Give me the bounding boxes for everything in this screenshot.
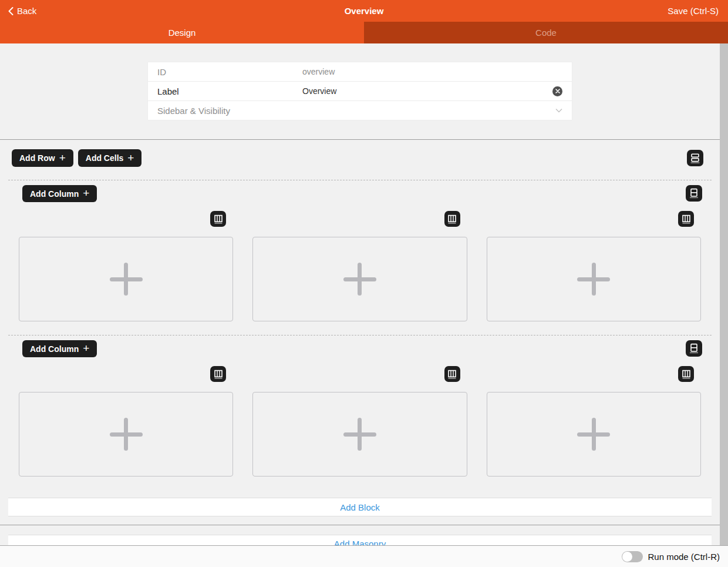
builder-row-2: Add Column +	[8, 335, 712, 477]
tab-bar: Design Code	[0, 22, 728, 43]
plus-icon	[110, 418, 143, 451]
id-value: overview	[302, 67, 562, 76]
save-button[interactable]: Save (Ctrl-S)	[668, 6, 719, 16]
clear-icon[interactable]	[552, 86, 562, 96]
row-1-cells	[8, 237, 712, 321]
tab-code[interactable]: Code	[364, 22, 728, 43]
row-2-head: Add Column +	[8, 335, 712, 357]
empty-cell-add-target[interactable]	[487, 392, 701, 477]
add-masonry-button[interactable]: Add Masonry	[8, 535, 712, 545]
plus-icon	[577, 418, 610, 451]
empty-cell-add-target[interactable]	[252, 392, 467, 477]
columns-icon[interactable]	[444, 211, 460, 227]
columns-icon[interactable]	[210, 366, 226, 382]
back-chevron-icon	[8, 7, 14, 15]
prop-row-id[interactable]: ID overview	[148, 62, 572, 82]
columns-icon[interactable]	[678, 211, 694, 227]
back-label: Back	[17, 6, 36, 16]
label-value: Overview	[302, 86, 552, 96]
plus-icon	[577, 263, 610, 296]
add-column-label: Add Column	[30, 189, 79, 199]
add-column-button[interactable]: Add Column +	[22, 185, 97, 202]
add-column-button[interactable]: Add Column +	[22, 340, 97, 357]
builder-row-1: Add Column +	[8, 180, 712, 321]
plus-icon	[343, 263, 376, 296]
prop-row-sidebar-visibility[interactable]: Sidebar & Visibility	[148, 101, 572, 120]
plus-icon: +	[83, 187, 89, 199]
plus-icon	[110, 263, 143, 296]
columns-icon[interactable]	[678, 366, 694, 382]
back-button[interactable]: Back	[8, 6, 36, 16]
empty-cell-add-target[interactable]	[19, 392, 233, 477]
sidebar-visibility-label: Sidebar & Visibility	[157, 106, 555, 116]
plus-icon: +	[127, 152, 134, 163]
empty-cell-add-target[interactable]	[19, 237, 233, 321]
add-row-button[interactable]: Add Row +	[12, 149, 73, 167]
plus-icon	[343, 418, 376, 451]
add-cells-label: Add Cells	[86, 153, 124, 163]
add-row-label: Add Row	[19, 153, 55, 163]
title-bar: Back Overview Save (Ctrl-S)	[0, 0, 728, 22]
label-label: Label	[157, 86, 302, 96]
row-1-cell-icons	[8, 211, 712, 227]
chevron-down-icon	[555, 108, 562, 113]
row-2-cell-icons	[8, 366, 712, 382]
tab-design[interactable]: Design	[0, 22, 364, 43]
rows-layout-icon[interactable]	[687, 150, 703, 166]
layout-builder: Add Row + Add Cells + Add Column	[0, 139, 728, 525]
add-cells-button[interactable]: Add Cells +	[78, 149, 142, 167]
id-label: ID	[157, 67, 302, 77]
properties-card: ID overview Label Overview Sidebar & Vis…	[148, 62, 572, 120]
bottom-bar: Run mode (Ctrl-R)	[0, 545, 728, 567]
main-content: ID overview Label Overview Sidebar & Vis…	[0, 43, 728, 545]
row-icon[interactable]	[686, 185, 702, 202]
columns-icon[interactable]	[444, 366, 460, 382]
plus-icon: +	[83, 343, 89, 354]
row-1-head: Add Column +	[8, 180, 712, 202]
columns-icon[interactable]	[210, 211, 226, 227]
empty-cell-add-target[interactable]	[487, 237, 701, 321]
row-2-cells	[8, 392, 712, 477]
add-block-button[interactable]: Add Block	[8, 498, 712, 516]
run-mode-toggle[interactable]	[622, 551, 643, 562]
page-title: Overview	[0, 6, 728, 16]
run-mode-label: Run mode (Ctrl-R)	[648, 552, 720, 562]
row-icon[interactable]	[686, 340, 702, 357]
add-column-label: Add Column	[30, 344, 79, 354]
toggle-knob	[622, 552, 632, 562]
plus-icon: +	[59, 152, 66, 163]
builder-toolbar: Add Row + Add Cells +	[0, 140, 728, 167]
empty-cell-add-target[interactable]	[252, 237, 467, 321]
vertical-scrollbar[interactable]	[720, 43, 728, 545]
prop-row-label[interactable]: Label Overview	[148, 82, 572, 101]
